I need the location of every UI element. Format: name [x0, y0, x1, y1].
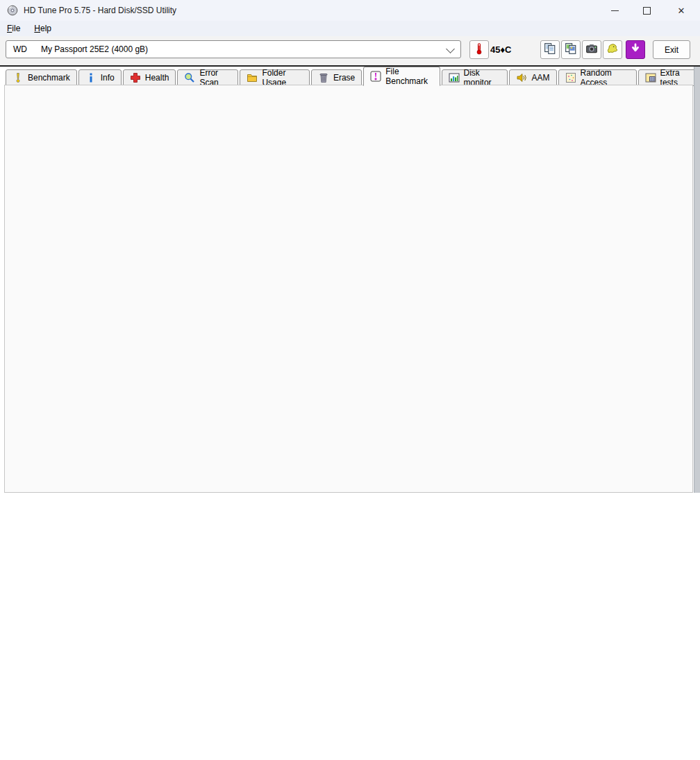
tab-label: Health — [145, 73, 169, 83]
tab-info[interactable]: Info — [78, 69, 122, 86]
file-benchmark-panel — [4, 85, 693, 493]
copy-text-icon — [544, 42, 556, 57]
drive-combobox[interactable]: WD My Passport 25E2 (4000 gB) — [6, 40, 461, 58]
tab-disk-monitor[interactable]: Disk monitor — [442, 69, 508, 86]
file-benchmark-icon — [370, 71, 381, 82]
benchmark-icon — [12, 72, 24, 83]
temperature-value: 45♦C — [490, 44, 511, 55]
menu-bar: File Help — [0, 21, 700, 37]
tab-error-scan[interactable]: Error Scan — [177, 69, 238, 86]
tab-erase[interactable]: Erase — [311, 69, 362, 86]
tab-folder-usage[interactable]: Folder Usage — [240, 69, 310, 86]
tab-bar: BenchmarkInfoHealthError ScanFolder Usag… — [6, 67, 700, 86]
disk-monitor-icon — [449, 72, 460, 83]
close-icon: ✕ — [678, 6, 685, 15]
tab-health[interactable]: Health — [123, 69, 176, 86]
toolbar: WD My Passport 25E2 (4000 gB) 45♦C Exit — [0, 36, 700, 65]
thermometer-icon — [473, 42, 485, 57]
tab-aam[interactable]: AAM — [509, 69, 556, 86]
right-edge-strip — [694, 67, 700, 493]
maximize-icon — [643, 7, 651, 15]
tab-label: Erase — [333, 73, 355, 83]
copy-image-button[interactable] — [561, 40, 581, 59]
copy-text-button[interactable] — [540, 40, 560, 59]
extra-tests-icon — [645, 72, 656, 83]
minimize-button[interactable] — [599, 0, 631, 21]
erase-icon — [318, 72, 329, 83]
tab-random-access[interactable]: Random Access — [558, 69, 637, 86]
menu-help[interactable]: Help — [27, 22, 58, 35]
tab-file-benchmark[interactable]: File Benchmark — [363, 67, 440, 86]
hdtune-window: HD Tune Pro 5.75 - Hard Disk/SSD Utility… — [0, 0, 700, 760]
folder-usage-icon — [247, 72, 258, 83]
exit-button[interactable]: Exit — [653, 40, 690, 59]
hdtune-disk-icon — [7, 5, 18, 16]
aam-icon — [516, 72, 527, 83]
tab-extra-tests[interactable]: Extra tests — [638, 69, 699, 86]
download-icon — [629, 42, 642, 57]
maximize-button[interactable] — [631, 0, 662, 21]
tab-label: Info — [101, 73, 115, 83]
download-button[interactable] — [626, 40, 645, 59]
info-icon — [85, 72, 97, 83]
minimize-icon — [611, 10, 619, 11]
screenshot-button[interactable] — [582, 40, 601, 59]
mascot-button[interactable] — [603, 40, 622, 59]
temperature-button[interactable] — [469, 40, 489, 59]
tab-benchmark[interactable]: Benchmark — [6, 69, 77, 86]
menu-file[interactable]: File — [0, 22, 27, 35]
error-scan-icon — [184, 72, 195, 83]
health-icon — [130, 72, 141, 83]
tab-label: Benchmark — [28, 73, 70, 83]
tab-label: AAM — [531, 73, 549, 83]
title-bar: HD Tune Pro 5.75 - Hard Disk/SSD Utility… — [0, 0, 700, 21]
mascot-icon — [606, 42, 619, 57]
drive-vendor: WD — [13, 44, 41, 54]
drive-model: My Passport 25E2 (4000 gB) — [41, 44, 148, 54]
exit-label: Exit — [665, 45, 678, 55]
copy-image-icon — [565, 42, 577, 57]
random-access-icon — [565, 72, 576, 83]
camera-icon — [585, 42, 598, 57]
chevron-down-icon — [446, 44, 455, 53]
window-title: HD Tune Pro 5.75 - Hard Disk/SSD Utility — [24, 6, 176, 15]
tab-label: File Benchmark — [385, 67, 433, 86]
close-button[interactable]: ✕ — [662, 0, 700, 21]
